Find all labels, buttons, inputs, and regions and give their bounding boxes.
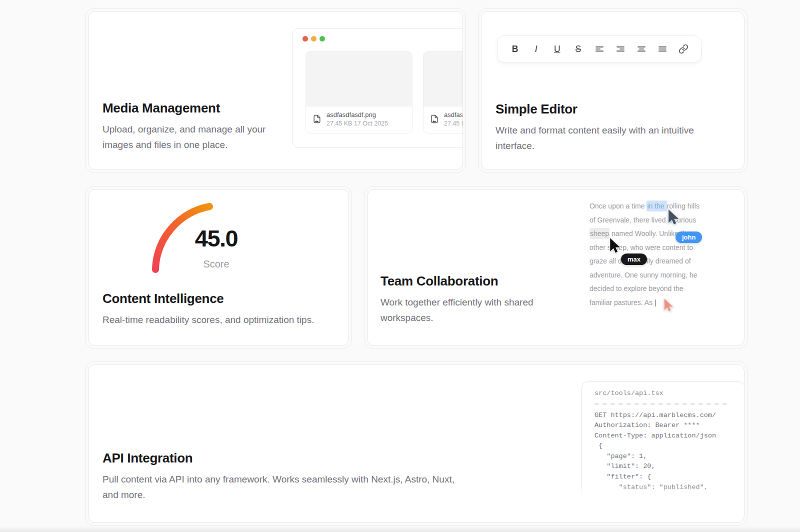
card-description: Upload, organize, and manage all your im… [102, 122, 288, 152]
code-line: "filter": { [594, 472, 744, 482]
strikethrough-button[interactable]: S [570, 42, 586, 56]
card-team-collaboration: Once upon a time in the rolling hillsof … [364, 186, 748, 349]
file-grid: asdfasdfasdf.png 27.45 KB 17 Oct 2025 [306, 51, 463, 134]
card-title: API Integration [102, 450, 466, 466]
collab-line: familiar pastures. As | [590, 296, 700, 310]
collab-line: decided to explore beyond the [590, 282, 700, 296]
file-name: asdfasdfasdf.png [444, 111, 463, 118]
code-line: Content-Type: application/json [594, 431, 744, 442]
underline-button[interactable]: U [550, 42, 564, 56]
features-bento-section: asdfasdfasdf.png 27.45 KB 17 Oct 2025 [0, 0, 800, 532]
card-api-integration: src/tools/api.tsx GET https://api.marble… [85, 361, 748, 526]
code-line: "limit": 20, [594, 462, 744, 472]
media-browser-window: asdfasdfasdf.png 27.45 KB 17 Oct 2025 [292, 28, 463, 148]
file-meta: 27.45 KB 17 Oct 2025 [326, 120, 388, 127]
file-thumbnail [306, 52, 412, 106]
bold-button[interactable]: B [508, 42, 522, 56]
file-card[interactable]: asdfasdfasdf.png 27.45 KB [423, 51, 463, 134]
collaborator-cursor-max-icon [606, 236, 624, 256]
file-thumbnail [424, 52, 463, 106]
card-api-inner: src/tools/api.tsx GET https://api.marble… [88, 364, 744, 523]
card-content-intelligence: 45.0 Score Content Intelligence Real-tim… [85, 186, 352, 349]
card-editor-inner: B I U S [481, 11, 744, 170]
card-simple-editor: B I U S [478, 8, 748, 173]
file-name: asdfasdfasdf.png [326, 111, 388, 118]
collaborator-cursor-pink-icon [661, 298, 676, 314]
traffic-light-green-icon [320, 36, 325, 42]
align-right-icon [616, 44, 626, 54]
traffic-light-yellow-icon [311, 36, 316, 42]
collab-line: adventure. One sunny morning, he [590, 268, 700, 282]
file-card[interactable]: asdfasdfasdf.png 27.45 KB 17 Oct 2025 [306, 51, 412, 134]
card-intel-inner: 45.0 Score Content Intelligence Real-tim… [88, 189, 349, 346]
card-description: Pull content via API into any framework.… [102, 472, 466, 502]
card-title: Content Intelligence [102, 291, 340, 306]
collaborator-badge-john: john [676, 232, 702, 243]
code-line: Authorization: Bearer **** [594, 420, 744, 431]
readability-score-label: Score [182, 258, 250, 270]
link-button[interactable] [676, 42, 691, 56]
collaborator-badge-max: max [621, 254, 647, 265]
card-description: Real-time readability scores, and optimi… [102, 312, 340, 328]
align-left-icon [594, 44, 604, 54]
formatting-toolbar: B I U S [497, 36, 702, 62]
collab-line: Once upon a time in the rolling hills [590, 200, 700, 214]
code-separator [594, 404, 730, 404]
code-fade-overlay [582, 484, 744, 502]
traffic-light-red-icon [302, 36, 308, 42]
image-file-icon [312, 114, 322, 124]
align-justify-icon [658, 44, 668, 54]
page-bottom-shadow [0, 526, 800, 532]
collab-line: of Greenvale, there lived a curious [590, 214, 700, 228]
align-justify-button[interactable] [655, 42, 670, 56]
align-right-button[interactable] [613, 42, 628, 56]
card-media-management: asdfasdfasdf.png 27.45 KB 17 Oct 2025 [85, 8, 466, 173]
align-left-button[interactable] [592, 42, 607, 56]
card-media-inner: asdfasdfasdf.png 27.45 KB 17 Oct 2025 [88, 11, 463, 170]
card-description: Work together efficiently with shared wo… [380, 295, 536, 326]
code-line: { [594, 441, 744, 452]
italic-button[interactable]: I [528, 42, 544, 56]
code-line: GET https://api.marblecms.com/ [594, 410, 744, 421]
readability-score-value: 45.0 [182, 224, 250, 252]
card-title: Team Collaboration [380, 274, 536, 289]
card-description: Write and format content easily with an … [496, 123, 696, 154]
link-icon [678, 44, 688, 54]
card-title: Media Management [102, 100, 288, 116]
image-file-icon [430, 114, 440, 124]
collaborator-cursor-john-icon [664, 208, 682, 228]
code-lines: GET https://api.marblecms.com/Authorizat… [582, 410, 744, 493]
file-meta: 27.45 KB [444, 120, 463, 127]
card-title: Simple Editor [496, 102, 696, 117]
align-center-button[interactable] [634, 42, 649, 56]
code-filename: src/tools/api.tsx [582, 382, 744, 397]
api-code-snippet: src/tools/api.tsx GET https://api.marble… [582, 382, 744, 502]
code-line: "page": 1, [594, 452, 744, 462]
card-collab-inner: Once upon a time in the rolling hillsof … [367, 189, 744, 346]
align-center-icon [636, 44, 646, 54]
window-traffic-lights [292, 28, 463, 42]
